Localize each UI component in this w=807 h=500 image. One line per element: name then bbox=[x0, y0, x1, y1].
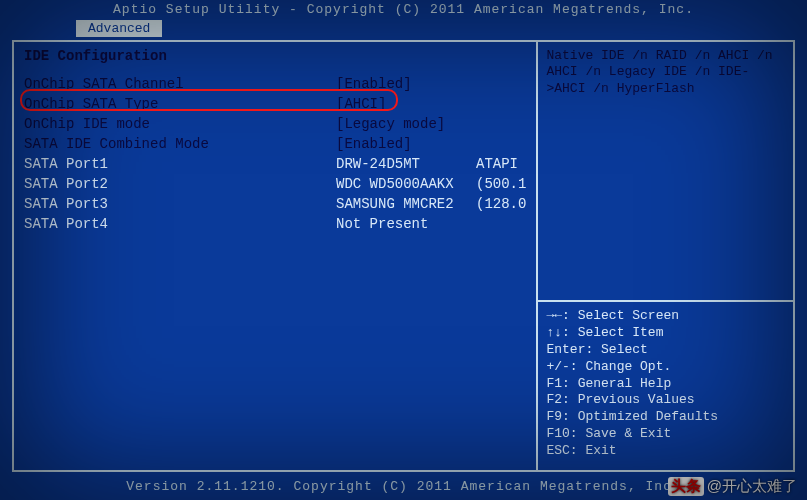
setting-label: OnChip SATA Channel bbox=[24, 74, 336, 94]
setting-row-4: SATA Port1DRW-24D5MTATAPI bbox=[24, 154, 526, 174]
key-help-line-1: ↑↓: Select Item bbox=[546, 325, 785, 342]
main-pane: IDE Configuration OnChip SATA Channel[En… bbox=[14, 42, 538, 470]
tab-row: Advanced bbox=[0, 20, 807, 39]
key-help-line-7: F10: Save & Exit bbox=[546, 426, 785, 443]
setting-value: Not Present bbox=[336, 214, 476, 234]
watermark-text: @开心太难了 bbox=[707, 477, 797, 494]
content-frame: IDE Configuration OnChip SATA Channel[En… bbox=[12, 40, 795, 472]
key-help-line-5: F2: Previous Values bbox=[546, 392, 785, 409]
setting-label: SATA Port1 bbox=[24, 154, 336, 174]
setting-row-0[interactable]: OnChip SATA Channel[Enabled] bbox=[24, 74, 526, 94]
setting-label: OnChip IDE mode bbox=[24, 114, 336, 134]
bios-screen: Aptio Setup Utility - Copyright (C) 2011… bbox=[0, 0, 807, 500]
key-help-line-4: F1: General Help bbox=[546, 376, 785, 393]
option-help-text: Native IDE /n RAID /n AHCI /n AHCI /n Le… bbox=[538, 42, 793, 300]
key-help-line-0: →←: Select Screen bbox=[546, 308, 785, 325]
setting-label: OnChip SATA Type bbox=[24, 94, 336, 114]
setting-value: WDC WD5000AAKX bbox=[336, 174, 476, 194]
setting-value[interactable]: [Enabled] bbox=[336, 134, 476, 154]
setting-extra: (500.1 bbox=[476, 174, 526, 194]
key-help-line-2: Enter: Select bbox=[546, 342, 785, 359]
setting-value: SAMSUNG MMCRE2 bbox=[336, 194, 476, 214]
key-help-line-6: F9: Optimized Defaults bbox=[546, 409, 785, 426]
setting-label: SATA Port2 bbox=[24, 174, 336, 194]
setting-row-2[interactable]: OnChip IDE mode[Legacy mode] bbox=[24, 114, 526, 134]
setting-value[interactable]: [AHCI] bbox=[336, 94, 476, 114]
setting-label: SATA Port4 bbox=[24, 214, 336, 234]
key-help: →←: Select Screen↑↓: Select ItemEnter: S… bbox=[538, 302, 793, 470]
key-help-line-8: ESC: Exit bbox=[546, 443, 785, 460]
setting-value[interactable]: [Legacy mode] bbox=[336, 114, 476, 134]
setting-row-1[interactable]: OnChip SATA Type[AHCI] bbox=[24, 94, 526, 114]
tab-advanced[interactable]: Advanced bbox=[76, 20, 162, 37]
setting-label: SATA Port3 bbox=[24, 194, 336, 214]
setting-label: SATA IDE Combined Mode bbox=[24, 134, 336, 154]
setting-value: DRW-24D5MT bbox=[336, 154, 476, 174]
setting-value[interactable]: [Enabled] bbox=[336, 74, 476, 94]
watermark: 头条@开心太难了 bbox=[668, 477, 797, 496]
setting-rows: OnChip SATA Channel[Enabled]OnChip SATA … bbox=[24, 74, 526, 234]
setting-extra: ATAPI bbox=[476, 154, 518, 174]
setting-row-3[interactable]: SATA IDE Combined Mode[Enabled] bbox=[24, 134, 526, 154]
watermark-badge: 头条 bbox=[668, 477, 704, 496]
setting-extra: (128.0 bbox=[476, 194, 526, 214]
setting-row-7: SATA Port4Not Present bbox=[24, 214, 526, 234]
section-title: IDE Configuration bbox=[24, 48, 526, 74]
setting-row-6: SATA Port3SAMSUNG MMCRE2(128.0 bbox=[24, 194, 526, 214]
side-pane: Native IDE /n RAID /n AHCI /n AHCI /n Le… bbox=[538, 42, 793, 470]
key-help-line-3: +/-: Change Opt. bbox=[546, 359, 785, 376]
utility-title: Aptio Setup Utility - Copyright (C) 2011… bbox=[0, 0, 807, 20]
setting-row-5: SATA Port2WDC WD5000AAKX(500.1 bbox=[24, 174, 526, 194]
